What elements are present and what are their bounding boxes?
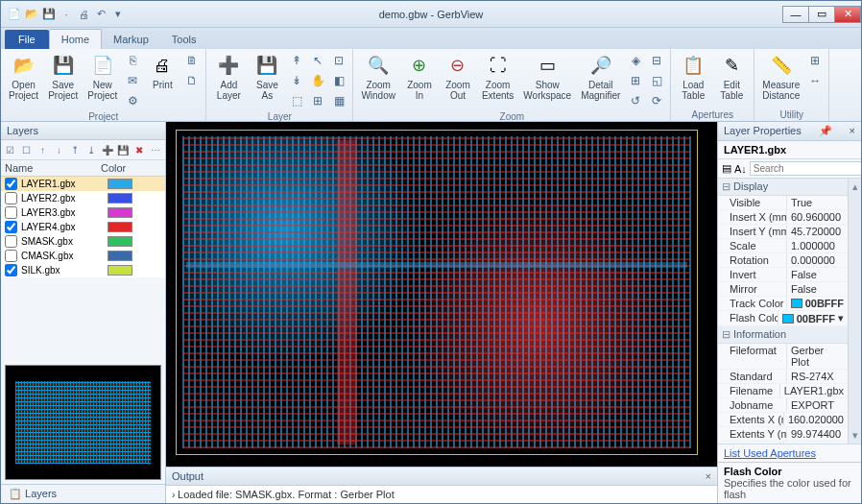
prop-cat-display[interactable]: Display bbox=[718, 179, 848, 196]
layer-row[interactable]: LAYER2.gbx bbox=[1, 191, 165, 205]
detail-magnifier-button[interactable]: 🔎DetailMagnifier bbox=[577, 51, 624, 103]
prop-insert-y[interactable]: 45.720000 bbox=[787, 225, 848, 238]
layer-color-swatch[interactable] bbox=[108, 251, 132, 261]
layer-row[interactable]: CMASK.gbx bbox=[1, 249, 165, 263]
layer-sm7[interactable]: ▦ bbox=[329, 91, 348, 110]
new-project-button[interactable]: 📄NewProject bbox=[84, 51, 121, 103]
measure-distance-button[interactable]: 📏MeasureDistance bbox=[758, 51, 803, 103]
qat-open-icon[interactable]: 📂 bbox=[24, 7, 39, 22]
layer-tb-check-icon[interactable]: ☑ bbox=[3, 142, 18, 157]
layers-tab-button[interactable]: 📋 Layers bbox=[1, 484, 165, 503]
layer-tb-add-icon[interactable]: ➕ bbox=[100, 142, 115, 157]
properties-close-icon[interactable]: × bbox=[850, 125, 855, 137]
edit-table-button[interactable]: ✎EditTable bbox=[713, 51, 750, 103]
layer-color-swatch[interactable] bbox=[108, 222, 132, 232]
prop-scale[interactable]: 1.000000 bbox=[787, 239, 848, 252]
layer-row[interactable]: SMASK.gbx bbox=[1, 234, 165, 249]
layer-tb-up-icon[interactable]: ↑ bbox=[36, 142, 51, 157]
tab-markup[interactable]: Markup bbox=[102, 30, 160, 49]
zoom-window-button[interactable]: 🔍ZoomWindow bbox=[357, 51, 399, 103]
layer-sm4[interactable]: ⊞ bbox=[308, 91, 327, 110]
zoom-sm3[interactable]: ↺ bbox=[626, 91, 645, 110]
prop-flash-color[interactable]: 00BFFF ▾ bbox=[778, 311, 848, 325]
save-project-button[interactable]: 💾SaveProject bbox=[44, 51, 82, 103]
qat-save-icon[interactable]: 💾 bbox=[41, 7, 57, 22]
print-sm1[interactable]: 🗎 bbox=[182, 51, 202, 70]
zoom-sm4[interactable]: ⊟ bbox=[647, 51, 666, 70]
layer-checkbox[interactable] bbox=[5, 178, 17, 190]
project-sm3[interactable]: ⚙ bbox=[123, 91, 142, 110]
layer-color-swatch[interactable] bbox=[108, 193, 132, 204]
tab-home[interactable]: Home bbox=[49, 29, 102, 49]
prop-visible[interactable]: True bbox=[787, 196, 848, 209]
zoom-sm1[interactable]: ◈ bbox=[626, 51, 645, 70]
zoom-out-button[interactable]: ⊖ZoomOut bbox=[440, 51, 476, 103]
layer-color-swatch[interactable] bbox=[108, 265, 132, 276]
tab-file[interactable]: File bbox=[5, 30, 49, 49]
layers-col-name[interactable]: Name bbox=[5, 162, 101, 174]
layer-color-swatch[interactable] bbox=[108, 179, 132, 189]
prop-rotation[interactable]: 0.000000 bbox=[787, 253, 848, 267]
project-sm2[interactable]: ✉ bbox=[123, 71, 142, 90]
zoom-extents-button[interactable]: ⛶ZoomExtents bbox=[478, 51, 517, 103]
prop-cat-information[interactable]: Information bbox=[718, 326, 848, 344]
print-button[interactable]: 🖨Print bbox=[144, 51, 180, 92]
layer-checkbox[interactable] bbox=[5, 264, 17, 276]
pointer-icon[interactable]: ↖ bbox=[308, 51, 327, 70]
properties-search-input[interactable] bbox=[750, 161, 862, 176]
zoom-sm6[interactable]: ⟳ bbox=[647, 91, 666, 110]
qat-print-icon[interactable]: 🖨 bbox=[76, 7, 91, 22]
layer-color-swatch[interactable] bbox=[108, 207, 132, 218]
layer-tb-more-icon[interactable]: ⋯ bbox=[148, 142, 163, 157]
util-sm1[interactable]: ⊞ bbox=[805, 51, 825, 70]
layer-row[interactable]: LAYER4.gbx bbox=[1, 220, 165, 234]
layer-sm6[interactable]: ◧ bbox=[329, 71, 348, 90]
minimize-button[interactable]: — bbox=[782, 6, 809, 23]
qat-drop-icon[interactable]: ▾ bbox=[110, 7, 126, 22]
layer-checkbox[interactable] bbox=[5, 250, 17, 262]
layer-row[interactable]: LAYER3.gbx bbox=[1, 205, 165, 220]
properties-scrollbar[interactable]: ▴▾ bbox=[848, 179, 861, 444]
layer-sm5[interactable]: ⊡ bbox=[329, 51, 348, 70]
project-sm1[interactable]: ⎘ bbox=[123, 51, 142, 70]
pcb-canvas[interactable] bbox=[166, 122, 717, 467]
properties-object[interactable]: LAYER1.gbx bbox=[718, 141, 861, 159]
layer-row[interactable]: LAYER1.gbx bbox=[1, 177, 165, 191]
zoom-in-button[interactable]: ⊕ZoomIn bbox=[401, 51, 438, 103]
layer-checkbox[interactable] bbox=[5, 235, 17, 248]
qat-new-icon[interactable]: 📄 bbox=[7, 7, 22, 22]
print-sm2[interactable]: 🗋 bbox=[182, 71, 202, 90]
layer-checkbox[interactable] bbox=[5, 206, 17, 219]
add-layer-button[interactable]: ➕AddLayer bbox=[210, 51, 247, 103]
layer-checkbox[interactable] bbox=[5, 192, 17, 204]
layer-sm2[interactable]: ↡ bbox=[287, 71, 306, 90]
output-close-icon[interactable]: × bbox=[706, 470, 711, 482]
show-workspace-button[interactable]: ▭ShowWorkspace bbox=[519, 51, 575, 103]
layers-col-color[interactable]: Color bbox=[101, 162, 161, 174]
tab-tools[interactable]: Tools bbox=[160, 30, 208, 49]
layer-tb-down-icon[interactable]: ↓ bbox=[51, 142, 66, 157]
prop-mirror[interactable]: False bbox=[787, 282, 848, 296]
pin-icon[interactable]: 📌 bbox=[819, 125, 832, 137]
close-button[interactable]: ✕ bbox=[834, 6, 861, 23]
prop-track-color[interactable]: 00BFFF bbox=[787, 297, 848, 310]
zoom-sm5[interactable]: ◱ bbox=[647, 71, 666, 90]
prop-invert[interactable]: False bbox=[787, 268, 848, 281]
layer-tb-bottom-icon[interactable]: ⤓ bbox=[84, 142, 99, 157]
layer-sm3[interactable]: ⬚ bbox=[287, 91, 306, 110]
save-as-button[interactable]: 💾SaveAs bbox=[249, 51, 285, 103]
prop-sort-icon[interactable]: A↓ bbox=[734, 163, 747, 175]
layer-tb-save-icon[interactable]: 💾 bbox=[116, 142, 132, 157]
prop-categorize-icon[interactable]: ▤ bbox=[722, 162, 731, 175]
maximize-button[interactable]: ▭ bbox=[808, 6, 835, 23]
open-project-button[interactable]: 📂OpenProject bbox=[5, 51, 42, 103]
prop-insert-x[interactable]: 60.960000 bbox=[787, 210, 848, 224]
layer-tb-uncheck-icon[interactable]: ☐ bbox=[19, 142, 35, 157]
hand-icon[interactable]: ✋ bbox=[308, 71, 327, 90]
layer-color-swatch[interactable] bbox=[108, 236, 132, 247]
layer-row[interactable]: SILK.gbx bbox=[1, 263, 165, 277]
layer-sm1[interactable]: ↟ bbox=[287, 51, 306, 70]
util-sm2[interactable]: ↔ bbox=[805, 71, 825, 90]
zoom-sm2[interactable]: ⊞ bbox=[626, 71, 645, 90]
list-used-apertures-link[interactable]: List Used Apertures bbox=[718, 444, 861, 462]
